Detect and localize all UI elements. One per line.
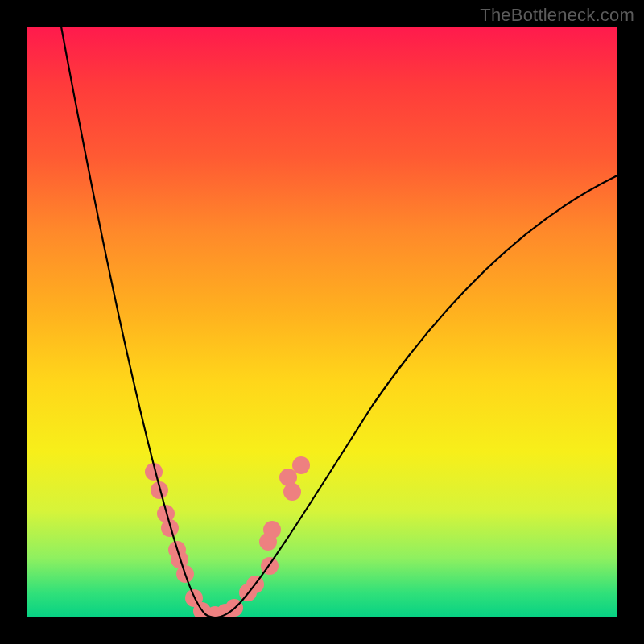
watermark-text: TheBottleneck.com [480, 5, 634, 26]
curve-left [61, 27, 215, 617]
scatter-point [292, 456, 310, 474]
scatter-layer [145, 456, 310, 617]
plot-svg [27, 27, 617, 617]
scatter-point [263, 521, 281, 539]
chart-frame: TheBottleneck.com [0, 0, 644, 644]
scatter-point [279, 469, 297, 486]
plot-area [27, 27, 617, 617]
curve-right [215, 175, 617, 617]
